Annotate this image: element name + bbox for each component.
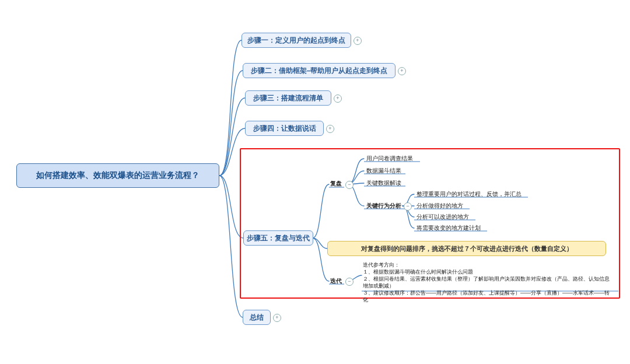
highlight-node[interactable]: 对复盘得到的问题排序，挑选不超过７个可改进点进行迭代（数量自定义） [327, 241, 606, 256]
step-2[interactable]: 步骤二：借助框架–帮助用户从起点走到终点 [243, 63, 396, 78]
fupan-item-2[interactable]: 数据漏斗结果 [365, 167, 401, 175]
fupan-item-1[interactable]: 用户问卷调查结果 [365, 155, 413, 163]
collapse-diedai[interactable] [345, 278, 354, 286]
analysis-3[interactable]: 分析可以改进的地方 [415, 213, 469, 221]
analysis-1[interactable]: 整理重要用户的对话过程、反馈，并汇总 [415, 190, 522, 198]
diedai-text[interactable]: 迭代参考方向： １、根据数据漏斗明确在什么时间解决什么问题 ２、根据问卷结果、运… [363, 261, 614, 303]
expand-summary[interactable] [273, 314, 281, 322]
expand-step-4[interactable] [326, 125, 334, 133]
fupan-item-3[interactable]: 关键数据解读 [365, 179, 401, 187]
step-3[interactable]: 步骤三：搭建流程清单 [245, 90, 331, 106]
analysis-4[interactable]: 将需要改变的地方建计划 [415, 224, 481, 232]
diedai-title: 迭代参考方向： [363, 261, 614, 268]
diedai-label[interactable]: 迭代 [329, 277, 342, 285]
step-4[interactable]: 步骤四：让数据说话 [245, 121, 324, 136]
collapse-fupan[interactable] [345, 181, 354, 189]
step-5[interactable]: 步骤五：复盘与迭代 [243, 230, 313, 246]
expand-step-2[interactable] [398, 67, 406, 75]
step-6-summary[interactable]: 总结 [243, 310, 271, 325]
diedai-line-3: ３、建议修改顺序：群公告——用户路径（添加好友、上课提醒等）——分享（直播）——… [363, 289, 614, 303]
expand-step-1[interactable] [354, 37, 362, 45]
analysis-2[interactable]: 分析做得好的地方 [415, 202, 463, 210]
expand-step-3[interactable] [334, 94, 342, 103]
diedai-line-2: ２、根据问卷结果、运营素材收集结果（整理）了解影响用户决策因数并对应修改（产品、… [363, 275, 614, 289]
root-title: 如何搭建效率、效能双爆表的运营业务流程？ [36, 170, 200, 181]
collapse-analysis[interactable] [404, 202, 412, 211]
fupan-label[interactable]: 复盘 [329, 180, 342, 188]
step-1[interactable]: 步骤一：定义用户的起点到终点 [242, 33, 351, 48]
analysis-label[interactable]: 关键行为分析 [365, 202, 401, 210]
mindmap-canvas: { "root": { "title": "如何搭建效率、效能双爆表的运营业务流… [0, 0, 630, 364]
diedai-line-1: １、根据数据漏斗明确在什么时间解决什么问题 [363, 268, 614, 275]
root-node[interactable]: 如何搭建效率、效能双爆表的运营业务流程？ [16, 163, 219, 188]
